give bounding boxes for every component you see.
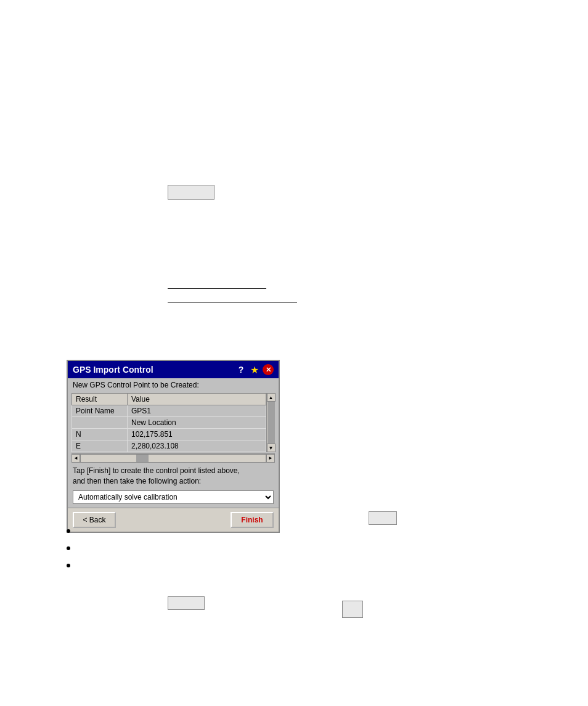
table-row: New Location [72, 417, 266, 429]
top-button[interactable] [168, 185, 214, 200]
star-icon[interactable]: ★ [249, 364, 260, 375]
table-row: Point Name GPS1 [72, 405, 266, 417]
dialog-titlebar: GPS Import Control ? ★ ✕ [68, 361, 279, 378]
vertical-scrollbar[interactable]: ▲ ▼ [266, 393, 275, 452]
bullet-dot-1 [67, 529, 70, 533]
bullet-dot-3 [67, 564, 70, 567]
h-scroll-thumb [136, 455, 149, 462]
cell-value-2: 102,175.851 [128, 429, 266, 440]
dialog-subtitle: New GPS Control Point to be Created: [68, 378, 279, 392]
bullet-dot-2 [67, 546, 70, 550]
finish-button[interactable]: Finish [231, 512, 274, 528]
side-button-1[interactable] [369, 511, 397, 525]
table-area: Result Value Point Name GPS1 New Locatio… [71, 393, 275, 452]
h-scroll-track[interactable] [80, 454, 266, 463]
cell-result-0: Point Name [72, 405, 128, 417]
underline-text-2 [168, 302, 297, 302]
back-button[interactable]: < Back [73, 512, 116, 528]
cell-value-3: 2,280,023.108 [128, 440, 266, 452]
col-result: Result [72, 394, 128, 405]
dialog-title: GPS Import Control [73, 365, 153, 375]
help-icon[interactable]: ? [235, 364, 247, 375]
bottom-right-button-2[interactable] [342, 601, 363, 618]
cell-value-1: New Location [128, 417, 266, 429]
scroll-left-arrow[interactable]: ◄ [71, 454, 80, 463]
page-content: GPS Import Control ? ★ ✕ New GPS Control… [0, 0, 588, 706]
scroll-thumb [267, 402, 275, 444]
col-value: Value [128, 394, 266, 405]
cell-result-2: N [72, 429, 128, 440]
bullet-section [67, 527, 76, 578]
table-row: E 2,280,023.108 [72, 440, 266, 452]
close-button[interactable]: ✕ [263, 364, 274, 375]
table-row: N 102,175.851 [72, 429, 266, 440]
data-table: Result Value Point Name GPS1 New Locatio… [71, 393, 266, 452]
dialog-instruction: Tap [Finish] to create the control point… [68, 462, 279, 489]
cell-value-0: GPS1 [128, 405, 266, 417]
cell-result-3: E [72, 440, 128, 452]
scroll-down-arrow[interactable]: ▼ [267, 444, 276, 452]
bottom-left-button[interactable] [168, 596, 205, 610]
scroll-up-arrow[interactable]: ▲ [267, 393, 276, 402]
dialog-buttons: < Back Finish [68, 508, 279, 532]
gps-import-dialog: GPS Import Control ? ★ ✕ New GPS Control… [67, 360, 280, 533]
scroll-right-arrow[interactable]: ► [266, 454, 275, 463]
dropdown-row: Automatically solve calibration No addit… [68, 489, 279, 508]
horizontal-scrollbar[interactable]: ◄ ► [71, 453, 275, 462]
bullet-item-2 [67, 544, 76, 550]
bullet-item-3 [67, 561, 76, 567]
bullet-item-1 [67, 527, 76, 533]
action-dropdown[interactable]: Automatically solve calibration No addit… [73, 490, 274, 504]
underline-text-1 [168, 288, 266, 289]
dialog-title-icons: ? ★ ✕ [235, 364, 274, 375]
cell-result-1 [72, 417, 128, 429]
